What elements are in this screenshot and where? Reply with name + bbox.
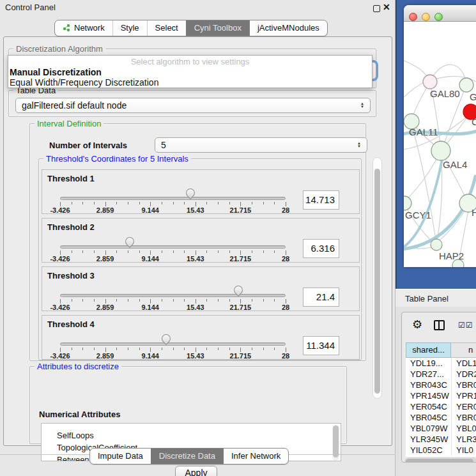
tab-network[interactable]: Network bbox=[55, 20, 112, 36]
network-node-label: GAL4 bbox=[443, 159, 467, 170]
number-of-intervals-label: Number of Intervals bbox=[49, 141, 127, 150]
tab-cyni-toolbox[interactable]: Cyni Toolbox bbox=[186, 20, 249, 36]
table-body: YDL19...YDL1YDR27...YDR2YBR043CYBR0YPR14… bbox=[406, 358, 476, 457]
tab-style[interactable]: Style bbox=[112, 20, 147, 36]
tab-discretize-data[interactable]: Discretize Data bbox=[151, 449, 223, 464]
cell-name[interactable]: YDL1 bbox=[451, 358, 476, 369]
cell-name[interactable]: YDR2 bbox=[451, 369, 476, 380]
table-row[interactable]: YDR27...YDR2 bbox=[406, 369, 476, 380]
vertical-scrollbar-thumb[interactable] bbox=[374, 169, 380, 394]
slider-track[interactable] bbox=[60, 294, 286, 297]
cell-name[interactable]: YBR0 bbox=[451, 380, 476, 390]
threshold-value-field[interactable]: 11.344 bbox=[303, 336, 339, 355]
cell-shared-name[interactable]: YBR043C bbox=[406, 380, 451, 390]
popup-item-manual-discretization[interactable]: Manual Discretization bbox=[8, 67, 372, 77]
threshold-value-field[interactable]: 6.316 bbox=[303, 239, 339, 258]
slider-track[interactable] bbox=[60, 342, 286, 346]
network-node-label: GAL80 bbox=[430, 88, 460, 99]
cell-name[interactable]: YER0 bbox=[451, 401, 476, 412]
table-row[interactable]: YDL19...YDL1 bbox=[406, 358, 476, 369]
network-node[interactable] bbox=[404, 196, 411, 210]
tab-impute-data-label: Impute Data bbox=[98, 451, 143, 461]
table-row[interactable]: YBR043CYBR0 bbox=[406, 380, 476, 390]
vertical-scrollbar[interactable] bbox=[372, 157, 382, 399]
table-data-group: Table Data galFiltered.sif default node … bbox=[8, 90, 376, 117]
cell-name[interactable]: YBR0 bbox=[451, 412, 476, 423]
tab-infer-network-label: Infer Network bbox=[231, 451, 280, 461]
table-row[interactable]: YBR045CYBR0 bbox=[406, 412, 476, 423]
table-data-combo-value: galFiltered.sif default node bbox=[22, 100, 127, 111]
table-row[interactable]: YPR145WYPR1 bbox=[406, 390, 476, 401]
number-of-intervals-combo[interactable]: 5 ▲▼ bbox=[155, 137, 367, 153]
cell-shared-name[interactable]: YER054C bbox=[406, 401, 451, 412]
column-header-shared-name[interactable]: shared... bbox=[406, 342, 451, 358]
table-row[interactable]: YIL052CYIL0 bbox=[406, 445, 476, 456]
cell-shared-name[interactable]: YPR145W bbox=[406, 390, 451, 401]
node-table-widget: ⚙ ☑☑ shared... n YDL19...YDL1YDR27...YDR… bbox=[401, 312, 476, 463]
network-node[interactable] bbox=[459, 78, 473, 92]
close-icon[interactable]: ✕ bbox=[383, 2, 390, 12]
attribute-list-item[interactable]: SelfLoops bbox=[42, 429, 341, 441]
network-node[interactable] bbox=[431, 239, 442, 250]
table-row[interactable]: YLR345WYLR3 bbox=[406, 434, 476, 445]
attributes-scrollbar[interactable] bbox=[332, 425, 339, 461]
number-of-intervals-value: 5 bbox=[161, 140, 166, 150]
tab-impute-data[interactable]: Impute Data bbox=[90, 449, 151, 464]
tab-network-label: Network bbox=[74, 23, 105, 33]
cell-name[interactable]: YPR1 bbox=[451, 390, 476, 401]
table-row[interactable]: YER054CYER0 bbox=[406, 401, 476, 412]
table-data-combo[interactable]: galFiltered.sif default node ▲▼ bbox=[15, 98, 371, 113]
minimize-window-icon[interactable] bbox=[422, 13, 430, 21]
cell-name[interactable]: YIL0 bbox=[451, 445, 476, 456]
checkbox-icons[interactable]: ☑☑ bbox=[458, 321, 473, 330]
desktop-edge bbox=[395, 0, 397, 289]
network-node-label: GA bbox=[470, 91, 476, 102]
close-window-icon[interactable] bbox=[409, 13, 417, 21]
threshold-panel: Threshold 1-3.4262.8599.14415.4321.71528… bbox=[42, 169, 360, 214]
network-window-titlebar[interactable] bbox=[404, 5, 476, 22]
threshold-panel: Threshold 4-3.4262.8599.14415.4321.71528… bbox=[42, 315, 360, 360]
network-node[interactable] bbox=[431, 141, 450, 160]
threshold-value-field[interactable]: 21.4 bbox=[303, 288, 339, 307]
table-header: shared... n bbox=[406, 342, 476, 358]
cell-name[interactable]: YBL0 bbox=[451, 423, 476, 434]
cell-shared-name[interactable]: YBL079W bbox=[406, 423, 451, 434]
network-node-label: GCY1 bbox=[405, 210, 431, 220]
threshold-label: Threshold 4 bbox=[47, 319, 95, 329]
horizontal-scrollbar-thumb[interactable] bbox=[406, 459, 473, 463]
apply-button[interactable]: Apply bbox=[175, 466, 217, 476]
thresholds-group: Threshold's Coordinates for 5 Intervals … bbox=[38, 158, 362, 360]
cell-shared-name[interactable]: YDL19... bbox=[406, 358, 451, 369]
slider-track[interactable] bbox=[60, 245, 286, 249]
attributes-scrollbar-thumb[interactable] bbox=[333, 426, 339, 457]
columns-icon[interactable] bbox=[434, 320, 445, 330]
network-canvas[interactable]: GAL80GACGAL11GAL4GCY1HHAP2 bbox=[404, 22, 476, 267]
zoom-window-icon[interactable] bbox=[434, 13, 443, 21]
threshold-panel: Threshold 2-3.4262.8599.14415.4321.71528… bbox=[42, 218, 360, 263]
algorithm-dropdown-popup: Select algorithm to view settings Manual… bbox=[8, 55, 372, 88]
network-view-window[interactable]: GAL80GACGAL11GAL4GCY1HHAP2 bbox=[404, 5, 476, 267]
tab-select[interactable]: Select bbox=[147, 20, 186, 36]
column-header-name[interactable]: n bbox=[451, 342, 476, 358]
slider-track[interactable] bbox=[60, 197, 286, 200]
slider-tick-labels: -3.4262.8599.14415.4321.71528 bbox=[60, 255, 286, 263]
threshold-value-field[interactable]: 14.713 bbox=[303, 190, 339, 210]
screen: Control Panel ✕ Network Style Select bbox=[0, 0, 476, 476]
gear-icon[interactable]: ⚙ bbox=[412, 318, 422, 332]
cell-shared-name[interactable]: YLR345W bbox=[406, 434, 451, 445]
bottom-tabs: Impute Data Discretize Data Infer Networ… bbox=[89, 448, 289, 464]
popup-item-equal-width-frequency[interactable]: Equal Width/Frequency Discretization bbox=[8, 77, 372, 88]
cell-name[interactable]: YLR3 bbox=[451, 434, 476, 445]
horizontal-scrollbar[interactable] bbox=[404, 457, 476, 463]
cell-shared-name[interactable]: YDR27... bbox=[406, 369, 451, 380]
tab-infer-network[interactable]: Infer Network bbox=[223, 449, 288, 464]
threshold-panel: Threshold 3-3.4262.8599.14415.4321.71528… bbox=[42, 266, 360, 311]
float-window-icon[interactable] bbox=[373, 5, 380, 12]
control-panel-titlebar: Control Panel ✕ bbox=[0, 0, 395, 15]
slider-tick-labels: -3.4262.8599.14415.4321.71528 bbox=[60, 352, 286, 360]
tab-jactivemnodules[interactable]: jActiveMNodules bbox=[249, 20, 327, 36]
table-row[interactable]: YBL079WYBL0 bbox=[406, 423, 476, 434]
network-node[interactable] bbox=[423, 75, 437, 89]
cell-shared-name[interactable]: YBR045C bbox=[406, 412, 451, 423]
cell-shared-name[interactable]: YIL052C bbox=[406, 445, 451, 456]
